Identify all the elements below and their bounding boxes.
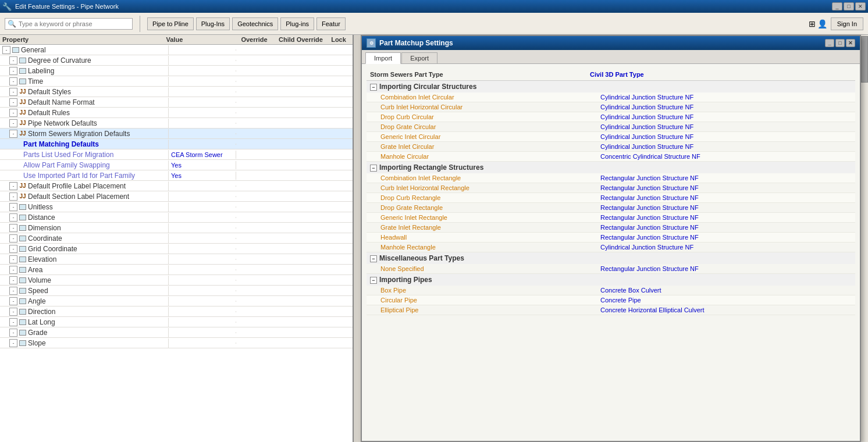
prop-name-text: Dimension [28,224,61,232]
storm-sewer-type: Grate Inlet Circular [367,142,586,152]
table-row: -JJ Pipe Network Defaults [0,118,353,129]
property-icon: JJ [19,182,27,190]
prop-name-text: Time [28,77,43,85]
expand-icon[interactable]: - [9,109,17,117]
expand-icon[interactable]: - [9,182,17,190]
property-icon [19,234,27,243]
expand-icon[interactable]: - [9,193,17,201]
plug-ins-button[interactable]: Plug-Ins [196,17,230,30]
property-icon [19,56,27,65]
dialog-minimize-button[interactable]: _ [825,39,834,47]
tab-import[interactable]: Import [365,52,401,64]
table-row: -JJ Default Section Label Placement [0,191,353,202]
collapse-icon[interactable]: − [370,165,377,172]
prop-value-cell [169,217,236,218]
col-override: Override [234,36,275,43]
collapse-icon[interactable]: − [370,255,377,262]
prop-name-cell: Part Matching Defaults [0,140,169,149]
expand-icon[interactable]: - [9,318,17,326]
expand-icon[interactable]: - [9,245,17,253]
expand-icon[interactable]: - [9,329,17,337]
col-civil3d: Civil 3D Part Type [586,69,855,81]
prop-name-cell: - Direction [0,307,169,316]
expand-icon[interactable]: - [9,339,17,347]
prop-value-cell [169,123,236,124]
storm-sewer-type: Circular Pipe [367,295,586,305]
dialog-close-button[interactable]: ✕ [846,39,855,47]
expand-icon[interactable]: - [9,224,17,232]
table-row: - Time [0,76,353,87]
civil3d-type: Rectangular Junction Structure NF [586,203,855,213]
table-row: - Volume [0,275,353,286]
expand-icon[interactable]: - [2,46,10,54]
minimize-button[interactable]: _ [832,2,842,10]
search-input[interactable] [19,20,123,27]
civil3d-type: Cylindrical Junction Structure NF [586,112,855,122]
table-row: Part Matching Defaults [0,139,353,149]
col-lock: Lock [327,36,350,43]
prop-name-text: Lat Long [28,318,55,326]
prop-value-cell [169,196,236,197]
prop-name-text: General [21,46,46,54]
table-row: Manhole CircularConcentric Cylindrical S… [367,152,855,162]
property-table: Property Value Override Child Override L… [0,35,353,442]
scrollbar-track[interactable] [860,35,868,442]
plug-ins2-button[interactable]: Plug-ins [280,17,314,30]
prop-name-text: Storm Sewers Migration Defaults [28,130,130,138]
expand-icon[interactable]: - [9,77,17,85]
civil3d-type: Rectangular Junction Structure NF [586,264,855,274]
table-row: Manhole RectangleCylindrical Junction St… [367,243,855,252]
expand-icon[interactable]: - [9,88,17,96]
prop-name-cell: - Speed [0,286,169,295]
prop-value-cell [169,81,236,82]
civil3d-type: Rectangular Junction Structure NF [586,213,855,223]
expand-icon[interactable]: - [9,308,17,316]
collapse-icon[interactable]: − [370,84,377,91]
collapse-icon[interactable]: − [370,277,377,284]
prop-name-text: Elevation [28,255,56,263]
close-button[interactable]: ✕ [855,2,866,10]
prop-name-text: Degree of Curvature [28,56,91,65]
feature-button[interactable]: Featur [316,17,346,30]
expand-icon[interactable]: - [9,56,17,65]
prop-value-cell: Yes [169,172,236,180]
table-row: - Area [0,265,353,275]
tab-export[interactable]: Export [401,52,437,63]
civil3d-type: Rectangular Junction Structure NF [586,223,855,233]
prop-value-cell [169,332,236,333]
prop-name-text: Pipe Network Defaults [28,119,97,127]
expand-icon[interactable]: - [9,287,17,295]
civil3d-type: Cylindrical Junction Structure NF [586,92,855,102]
civil3d-type: Concentric Cylindrical Structure NF [586,152,855,162]
maximize-button[interactable]: □ [844,2,854,10]
expand-icon[interactable]: - [9,67,17,75]
geotechnics-button[interactable]: Geotechnics [232,17,278,30]
expand-icon[interactable]: - [9,276,17,284]
grid-icon-group: ⊞ 👤 [809,19,827,28]
table-row: - Elevation [0,254,353,265]
pipe-to-pline-button[interactable]: Pipe to Pline [147,17,194,30]
expand-icon[interactable]: - [9,234,17,243]
prop-name-text: Angle [28,297,46,305]
expand-icon[interactable]: - [9,119,17,127]
dialog-maximize-button[interactable]: □ [835,39,845,47]
table-row: - Degree of Curvature [0,55,353,66]
table-row: - Lat Long [0,317,353,327]
prop-name-text: Default Styles [28,88,71,96]
sign-in-button[interactable]: Sign In [831,17,863,30]
storm-sewer-type: Drop Grate Rectangle [367,203,586,213]
prop-name-cell: Parts List Used For Migration [0,150,169,159]
expand-icon[interactable]: - [9,98,17,106]
expand-icon[interactable]: - [9,213,17,222]
table-row: Box PipeConcrete Box Culvert [367,286,855,295]
prop-name-cell: - Lat Long [0,318,169,327]
expand-icon[interactable]: - [9,255,17,263]
expand-icon[interactable]: - [9,297,17,305]
scrollbar-thumb[interactable] [861,36,868,83]
civil3d-type: Cylindrical Junction Structure NF [586,132,855,142]
prop-value-cell [169,144,236,145]
expand-icon[interactable]: - [9,130,17,138]
section-header: −Miscellaneous Part Types [367,252,855,265]
expand-icon[interactable]: - [9,203,17,211]
expand-icon[interactable]: - [9,266,17,274]
